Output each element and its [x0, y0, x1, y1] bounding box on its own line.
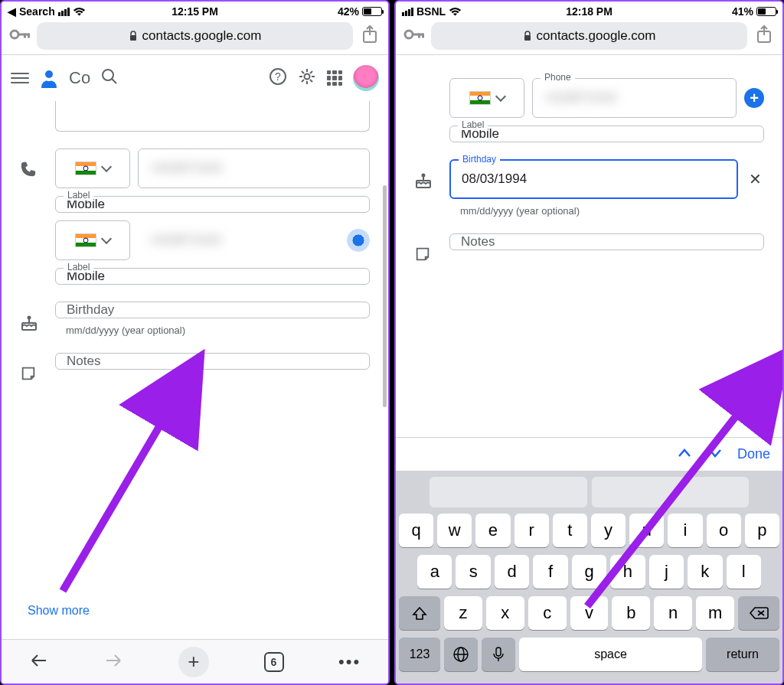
phone-label-input[interactable]: Label Mobile	[449, 126, 764, 142]
phone-right: BSNL 12:18 PM 41% contacts.google.com	[394, 0, 784, 685]
new-tab-button[interactable]: +	[178, 647, 209, 677]
backspace-key[interactable]	[738, 596, 779, 630]
back-button[interactable]	[29, 652, 49, 672]
app-title-short: Co	[69, 68, 90, 88]
browser-url-bar: contacts.google.com	[2, 20, 388, 55]
signal-icon	[58, 8, 70, 16]
svg-point-0	[11, 31, 18, 38]
svg-point-26	[405, 31, 413, 38]
password-key-icon[interactable]	[9, 28, 31, 44]
status-time: 12:18 PM	[566, 5, 612, 18]
notes-input[interactable]: Notes	[55, 353, 370, 370]
status-bar: BSNL 12:18 PM 41%	[396, 2, 782, 20]
notes-input[interactable]: Notes	[449, 233, 764, 250]
key-v[interactable]: v	[570, 596, 609, 630]
space-key[interactable]: space	[519, 638, 702, 671]
url-pill[interactable]: contacts.google.com	[431, 22, 747, 50]
key-e[interactable]: e	[475, 514, 510, 547]
prev-field-button[interactable]	[676, 446, 693, 463]
mic-key[interactable]	[482, 638, 515, 671]
key-g[interactable]: g	[572, 555, 606, 589]
key-d[interactable]: d	[495, 555, 529, 589]
url-pill[interactable]: contacts.google.com	[37, 22, 353, 50]
svg-rect-28	[418, 33, 420, 38]
svg-rect-3	[28, 33, 30, 38]
numeric-key[interactable]: 123	[399, 638, 440, 671]
phone-input-1[interactable]: +919871543	[138, 148, 370, 188]
birthday-input[interactable]: Birthday 08/03/1994	[449, 159, 738, 199]
key-u[interactable]: u	[629, 514, 664, 547]
key-p[interactable]: p	[745, 514, 779, 547]
key-b[interactable]: b	[612, 596, 650, 630]
keyboard-suggestion[interactable]	[592, 477, 750, 507]
phone-label-input-2[interactable]: Label Mobile	[55, 268, 370, 285]
key-m[interactable]: m	[696, 596, 734, 630]
key-n[interactable]: n	[654, 596, 692, 630]
phone-input-2[interactable]: +919871543	[138, 220, 339, 260]
birthday-input[interactable]: Birthday	[55, 302, 370, 318]
battery-icon	[756, 7, 776, 16]
tab-count-button[interactable]: 6	[264, 652, 284, 672]
add-phone-button[interactable]: +	[744, 88, 764, 108]
key-z[interactable]: z	[444, 596, 482, 630]
gear-icon[interactable]	[298, 67, 316, 89]
phone-loading-icon	[347, 229, 370, 252]
key-w[interactable]: w	[437, 514, 472, 547]
contact-edit-form: +919871543 Label Mobile +919871543 Label…	[2, 101, 388, 639]
scrollbar[interactable]	[383, 185, 387, 407]
svg-rect-33	[416, 181, 430, 188]
apps-grid-icon[interactable]	[327, 70, 342, 86]
back-to-app-chevron[interactable]: ◀	[8, 5, 16, 18]
profile-avatar[interactable]	[353, 65, 379, 91]
svg-point-9	[103, 70, 113, 80]
globe-key[interactable]	[444, 638, 478, 671]
shift-key[interactable]	[399, 596, 440, 630]
contacts-logo-icon[interactable]	[40, 68, 58, 88]
country-code-select-2[interactable]	[55, 220, 130, 260]
key-y[interactable]: y	[591, 514, 626, 547]
keyboard-done-button[interactable]: Done	[737, 446, 770, 462]
phone-label-input-1[interactable]: Label Mobile	[55, 196, 370, 213]
key-x[interactable]: x	[486, 596, 524, 630]
lock-icon	[523, 31, 532, 41]
help-icon[interactable]: ?	[269, 67, 287, 89]
birthday-row: Birthday mm/dd/yyyy (year optional)	[20, 302, 370, 336]
key-k[interactable]: k	[688, 555, 722, 589]
key-o[interactable]: o	[707, 514, 741, 547]
phone-input[interactable]: Phone +919871543	[532, 78, 737, 118]
country-code-select-1[interactable]	[55, 148, 130, 188]
forward-button	[103, 652, 123, 672]
share-icon[interactable]	[753, 24, 775, 47]
contact-edit-form: Phone +919871543 + Label Mobile Birthday	[396, 55, 782, 289]
key-j[interactable]: j	[649, 555, 684, 589]
return-key[interactable]: return	[706, 638, 779, 671]
share-icon[interactable]	[359, 24, 381, 47]
search-icon[interactable]	[101, 68, 118, 88]
svg-rect-4	[130, 35, 136, 41]
country-code-select[interactable]	[449, 78, 524, 118]
key-s[interactable]: s	[456, 555, 490, 589]
key-q[interactable]: q	[399, 514, 433, 547]
clear-birthday-button[interactable]: ✕	[746, 170, 764, 188]
wifi-icon	[449, 7, 462, 17]
svg-line-19	[310, 80, 312, 82]
next-field-button[interactable]	[707, 446, 724, 463]
password-key-icon[interactable]	[403, 28, 425, 44]
svg-point-7	[45, 70, 53, 78]
key-t[interactable]: t	[553, 514, 587, 547]
keyboard-suggestion[interactable]	[430, 477, 587, 507]
back-to-app-label[interactable]: Search	[19, 5, 55, 18]
notes-placeholder: Notes	[67, 354, 100, 369]
key-c[interactable]: c	[528, 596, 567, 630]
key-l[interactable]: l	[727, 555, 761, 589]
chevron-down-icon	[101, 161, 112, 172]
show-more-link[interactable]: Show more	[20, 590, 97, 631]
key-i[interactable]: i	[668, 514, 702, 547]
key-a[interactable]: a	[417, 555, 452, 589]
hamburger-menu-icon[interactable]	[11, 73, 29, 83]
key-r[interactable]: r	[514, 514, 549, 547]
wifi-icon	[73, 7, 86, 17]
key-h[interactable]: h	[610, 555, 645, 589]
key-f[interactable]: f	[533, 555, 567, 589]
more-button[interactable]: •••	[338, 652, 361, 672]
